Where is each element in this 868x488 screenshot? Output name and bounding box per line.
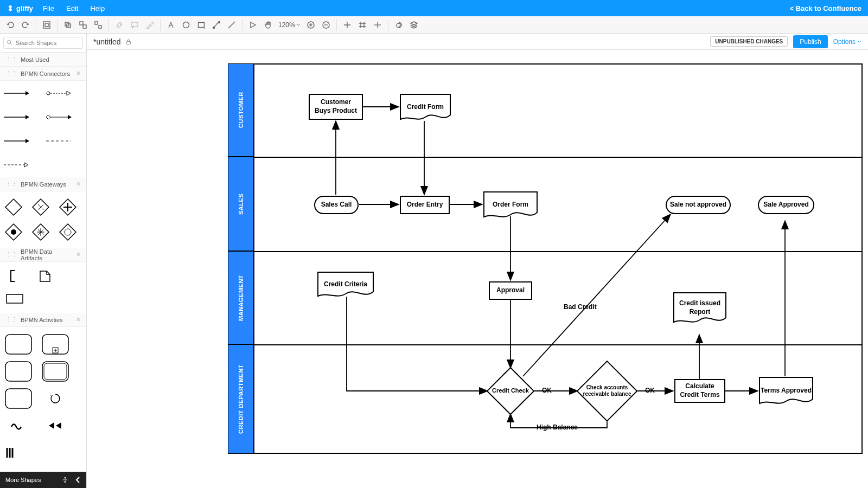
node-calc-terms[interactable]: Calculate Credit Terms: [674, 379, 725, 403]
node-credit-check[interactable]: Credit Check: [488, 368, 533, 414]
close-icon[interactable]: ✕: [76, 181, 81, 188]
activity-task2[interactable]: [4, 361, 33, 382]
node-approval[interactable]: Approval: [489, 281, 532, 300]
node-check-balance[interactable]: Check accounts receivable balance: [578, 362, 636, 420]
connector-dashed[interactable]: [46, 134, 73, 148]
node-credit-criteria[interactable]: Credit Criteria: [317, 272, 374, 298]
artifact-data-object[interactable]: [36, 269, 54, 282]
gateway-shapes: [0, 191, 86, 248]
shape-panel-button[interactable]: [392, 18, 406, 32]
link-button[interactable]: [112, 18, 126, 32]
activity-loop[interactable]: [41, 388, 69, 409]
artifact-annotation[interactable]: [5, 269, 24, 282]
collapse-sidebar-icon[interactable]: [75, 476, 81, 484]
gateway-exclusive[interactable]: [4, 198, 23, 216]
node-sales-call[interactable]: Sales Call: [314, 196, 359, 214]
zoom-level[interactable]: 120%: [276, 21, 303, 29]
activity-call[interactable]: [4, 388, 33, 409]
grid-single-button[interactable]: [340, 18, 354, 32]
more-shapes-button[interactable]: More Shapes: [0, 472, 86, 488]
lane-management[interactable]: MANAGEMENT: [228, 251, 254, 344]
publish-button[interactable]: Publish: [793, 35, 827, 48]
activity-subprocess[interactable]: [41, 333, 69, 355]
svg-rect-30: [5, 362, 31, 381]
play-button[interactable]: [246, 18, 260, 32]
connector-sequence[interactable]: [3, 86, 30, 100]
lane-credit-dept[interactable]: CREDIT DEPARTMENT: [228, 344, 254, 454]
eyedropper-button[interactable]: [143, 18, 157, 32]
activity-parallel-marker[interactable]: [4, 442, 15, 464]
panel-artifacts[interactable]: ⋮⋮BPMN Data Artifacts✕: [0, 248, 86, 262]
close-icon[interactable]: ✕: [76, 251, 81, 258]
node-sale-not-approved[interactable]: Sale not approved: [666, 196, 731, 214]
swimlane-diagram[interactable]: CUSTOMER SALES MANAGEMENT CREDIT DEPARTM…: [228, 63, 863, 454]
label-high-balance[interactable]: High Balance: [537, 423, 578, 431]
activity-adhoc[interactable]: [4, 415, 33, 436]
node-credit-issued-report[interactable]: Credit issued Report: [673, 292, 726, 324]
redo-button[interactable]: [18, 18, 33, 32]
activity-transaction[interactable]: [41, 361, 69, 382]
connector-diamond[interactable]: [46, 110, 73, 124]
activity-compensation[interactable]: [41, 415, 69, 436]
artifact-group[interactable]: [5, 292, 24, 305]
fit-button[interactable]: [40, 18, 54, 32]
connector-message[interactable]: [3, 158, 30, 172]
toolbar: 120%: [0, 16, 868, 34]
node-sale-approved[interactable]: Sale Approved: [758, 196, 814, 214]
menu-edit[interactable]: Edit: [66, 4, 78, 12]
search-input[interactable]: [3, 37, 83, 49]
zoom-out-button[interactable]: [319, 18, 333, 32]
gateway-complex[interactable]: [31, 223, 50, 241]
undo-button[interactable]: [3, 18, 17, 32]
menu-help[interactable]: Help: [90, 4, 105, 12]
grid-button[interactable]: [355, 18, 369, 32]
label-ok-2[interactable]: OK: [645, 387, 655, 394]
node-order-form[interactable]: Order Form: [483, 191, 538, 219]
layers-button[interactable]: [407, 18, 421, 32]
rect-tool-button[interactable]: [194, 18, 208, 32]
activity-task[interactable]: [4, 333, 33, 355]
snap-button[interactable]: [371, 18, 385, 32]
canvas[interactable]: CUSTOMER SALES MANAGEMENT CREDIT DEPARTM…: [87, 50, 868, 488]
label-bad-credit[interactable]: Bad Credit: [564, 303, 597, 311]
options-dropdown[interactable]: Options: [833, 38, 861, 46]
ungroup-button[interactable]: [91, 18, 105, 32]
gateway-inclusive[interactable]: [59, 223, 77, 241]
lane-sales[interactable]: SALES: [228, 157, 254, 251]
node-order-entry[interactable]: Order Entry: [400, 196, 450, 214]
line-tool-button[interactable]: [225, 18, 239, 32]
pool[interactable]: Customer Buys Product Credit Form Sales …: [254, 63, 863, 454]
close-icon[interactable]: ✕: [76, 70, 81, 77]
document-title[interactable]: *untitled: [93, 37, 121, 46]
panel-most-used[interactable]: ⋮⋮Most Used: [0, 53, 86, 67]
gateway-parallel[interactable]: [59, 198, 77, 216]
pan-tool-button[interactable]: [261, 18, 275, 32]
group-button[interactable]: [76, 18, 90, 32]
back-to-confluence-link[interactable]: < Back to Confluence: [789, 4, 861, 12]
connector-default[interactable]: [3, 110, 30, 124]
node-customer-buys[interactable]: Customer Buys Product: [309, 94, 363, 120]
document-header: *untitled UNPUBLISHED CHANGES Publish Op…: [87, 34, 868, 50]
node-credit-form[interactable]: Credit Form: [400, 94, 451, 121]
panel-split-icon[interactable]: [61, 476, 69, 484]
node-terms-approved[interactable]: Terms Approved: [759, 377, 813, 405]
panel-gateways[interactable]: ⋮⋮BPMN Gateways✕: [0, 177, 86, 191]
unpublished-badge: UNPUBLISHED CHANGES: [710, 36, 788, 47]
comment-button[interactable]: [127, 18, 142, 32]
panel-connectors[interactable]: ⋮⋮BPMN Connectors✕: [0, 67, 86, 81]
text-tool-button[interactable]: [164, 18, 178, 32]
gateway-inclusive-filled[interactable]: [4, 223, 23, 241]
gateway-exclusive-x[interactable]: [31, 198, 50, 216]
copy-button[interactable]: [61, 18, 75, 32]
circle-tool-button[interactable]: [179, 18, 193, 32]
menu-file[interactable]: File: [43, 4, 54, 12]
connector-solid[interactable]: [3, 134, 30, 148]
activity-shapes: [0, 327, 86, 470]
label-ok-1[interactable]: OK: [542, 387, 552, 394]
panel-activities[interactable]: ⋮⋮BPMN Activities✕: [0, 313, 86, 327]
connector-tool-button[interactable]: [209, 18, 224, 32]
lane-customer[interactable]: CUSTOMER: [228, 63, 254, 157]
zoom-in-button[interactable]: [304, 18, 318, 32]
connector-conditional[interactable]: [46, 86, 73, 100]
close-icon[interactable]: ✕: [76, 316, 81, 323]
